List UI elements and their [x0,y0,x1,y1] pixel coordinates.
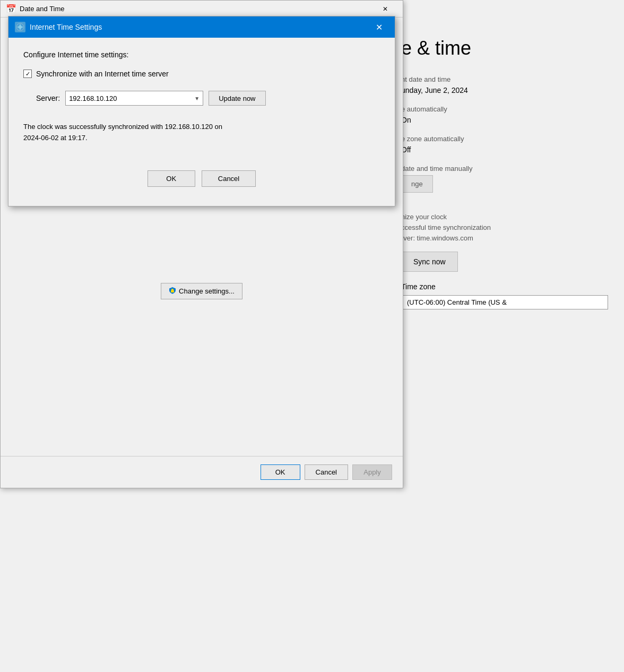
timezone-value: (UTC-06:00) Central Time (US & [407,298,507,306]
server-value: 192.168.10.120 [69,94,117,102]
synchronize-row: nize your clock ccessful time synchroniz… [401,213,608,242]
date-time-apply-button: Apply [352,464,392,480]
change-button[interactable]: nge [401,175,433,193]
timezone-row: Time zone (UTC-06:00) Central Time (US & [401,282,608,309]
inet-dialog-footer: OK Cancel [23,170,380,191]
svg-rect-0 [171,290,174,292]
change-settings-label: Change settings... [179,287,235,295]
date-time-dialog-title: 📅 Date and Time [6,4,65,14]
update-now-button[interactable]: Update now [209,91,265,106]
date-time-footer: OK Cancel Apply [1,456,403,488]
server-row: Server: 192.168.10.120 ▼ Update now [36,91,380,106]
internet-time-settings-dialog: Internet Time Settings ✕ Configure Inter… [8,16,395,206]
nt-date-row: nt date and time unday, June 2, 2024 [401,75,608,94]
shield-icon [169,287,176,296]
sync-checkbox-row: ✓ Synchronize with an Internet time serv… [23,70,380,78]
set-time-auto-value: On [401,116,608,124]
inet-dialog-header: Internet Time Settings ✕ [8,16,395,38]
date-time-close-button[interactable]: ✕ [373,1,397,18]
nt-date-label: nt date and time [401,75,608,83]
date-time-ok-button[interactable]: OK [261,464,300,480]
sync-status-content: The clock was successfully synchronized … [23,123,222,142]
set-time-auto-label: e automatically [401,105,608,113]
inet-ok-button[interactable]: OK [148,170,195,187]
date-time-cancel-button[interactable]: Cancel [305,464,348,480]
sync-status-label: ccessful time synchronization [401,223,608,231]
sync-now-button[interactable]: Sync now [401,252,458,272]
checkmark-icon: ✓ [25,71,30,77]
inet-dialog-title-text: Internet Time Settings [30,23,102,31]
synchronize-label: nize your clock [401,213,608,221]
set-time-manually-row: date and time manually nge [401,165,608,203]
sync-checkbox[interactable]: ✓ [23,70,32,78]
server-dropdown[interactable]: 192.168.10.120 ▼ [65,91,203,106]
inet-title-icon [15,22,25,32]
sync-server-label: rver: time.windows.com [401,234,608,242]
inet-close-button[interactable]: ✕ [369,18,388,37]
change-settings-button[interactable]: Change settings... [161,283,242,299]
dialog-title-text: Date and Time [20,5,65,13]
set-time-manually-label: date and time manually [401,165,608,173]
date-time-dialog-header: 📅 Date and Time ✕ [1,1,403,18]
dropdown-arrow-icon: ▼ [194,96,200,101]
calendar-icon: 📅 [6,4,16,14]
settings-panel: e & time nt date and time unday, June 2,… [401,21,624,335]
inet-dialog-title-group: Internet Time Settings [15,22,102,32]
set-time-auto-row: e automatically On [401,105,608,124]
configure-label: Configure Internet time settings: [23,50,380,59]
sync-status-text: The clock was successfully synchronized … [23,122,380,144]
inet-cancel-button[interactable]: Cancel [202,170,256,187]
timezone-label: Time zone [401,282,608,291]
date-value: unday, June 2, 2024 [401,86,608,94]
set-timezone-auto-label: e zone automatically [401,135,608,143]
set-timezone-auto-value: Off [401,145,608,154]
settings-title: e & time [401,37,608,59]
timezone-select[interactable]: (UTC-06:00) Central Time (US & [401,295,608,309]
inet-dialog-body: Configure Internet time settings: ✓ Sync… [8,38,395,206]
set-timezone-auto-row: e zone automatically Off [401,135,608,154]
sync-checkbox-label: Synchronize with an Internet time server [36,70,169,78]
server-label: Server: [36,94,60,102]
